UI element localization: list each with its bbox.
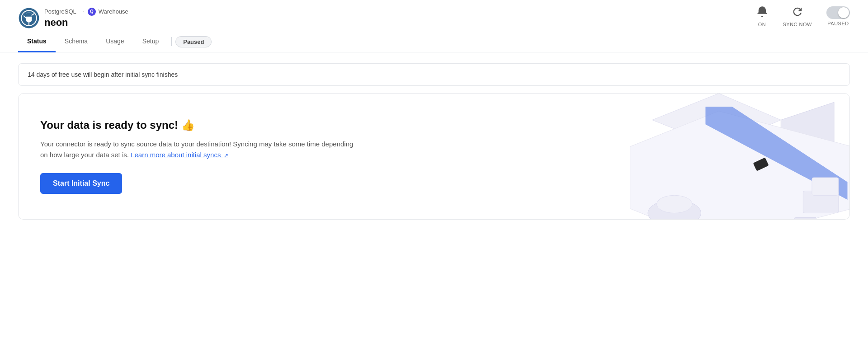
sync-card: Your data is ready to sync! 👍 Your conne… <box>18 93 850 220</box>
destination-label: Warehouse <box>99 8 128 15</box>
sync-card-title: Your data is ready to sync! 👍 <box>40 119 357 131</box>
tab-usage[interactable]: Usage <box>97 31 133 52</box>
toggle-knob <box>838 7 849 18</box>
start-initial-sync-button[interactable]: Start Initial Sync <box>40 173 122 194</box>
svg-rect-13 <box>812 178 839 195</box>
sync-illustration <box>623 94 849 219</box>
nav-tabs: Status Schema Usage Setup Paused <box>0 31 868 52</box>
tab-divider <box>171 37 172 46</box>
sync-illustration-svg <box>623 94 849 219</box>
learn-more-link[interactable]: Learn more about initial syncs ↗ <box>131 151 228 159</box>
page-header: PostgreSQL → Q Warehouse neon ON <box>0 0 868 31</box>
connector-info: PostgreSQL → Q Warehouse neon <box>44 8 128 28</box>
sync-card-content: Your data is ready to sync! 👍 Your conne… <box>40 119 357 194</box>
tab-status[interactable]: Status <box>18 31 56 52</box>
svg-rect-14 <box>794 217 816 219</box>
status-badge: Paused <box>175 36 212 47</box>
sync-card-description: Your connector is ready to sync source d… <box>40 139 357 160</box>
tab-setup[interactable]: Setup <box>133 31 168 52</box>
notifications-label: ON <box>758 22 766 27</box>
external-link-icon: ↗ <box>224 152 228 159</box>
free-use-banner: 14 days of free use will begin after ini… <box>18 63 850 86</box>
destination-icon: Q <box>88 8 96 16</box>
postgres-logo-icon <box>18 7 40 29</box>
main-content: 14 days of free use will begin after ini… <box>0 52 868 230</box>
source-label: PostgreSQL <box>44 8 76 15</box>
notifications-control[interactable]: ON <box>756 5 769 27</box>
paused-toggle[interactable] <box>826 6 850 19</box>
breadcrumb: PostgreSQL → Q Warehouse <box>44 8 128 16</box>
sync-now-label: SYNC NOW <box>783 22 812 27</box>
paused-toggle-container[interactable]: PAUSED <box>826 6 850 26</box>
paused-label: PAUSED <box>827 21 849 26</box>
connector-name: neon <box>44 17 128 28</box>
header-controls: ON SYNC NOW PAUSED <box>756 5 850 31</box>
sync-now-control[interactable]: SYNC NOW <box>783 5 812 27</box>
breadcrumb-arrow: → <box>79 8 85 15</box>
tab-schema[interactable]: Schema <box>56 31 97 52</box>
header-left: PostgreSQL → Q Warehouse neon <box>18 7 128 29</box>
bell-icon <box>756 5 769 20</box>
svg-point-11 <box>657 195 692 213</box>
free-use-text: 14 days of free use will begin after ini… <box>28 71 178 78</box>
refresh-icon <box>791 5 804 20</box>
